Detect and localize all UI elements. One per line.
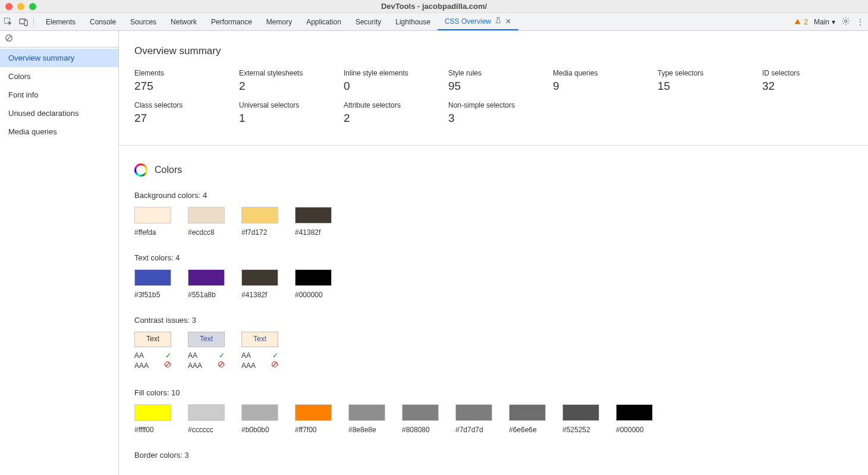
sidebar-item-unused-declarations[interactable]: Unused declarations (0, 104, 118, 122)
colors-heading: Colors (155, 165, 182, 175)
color-swatch (134, 269, 171, 286)
tab-label: Lighthouse (395, 18, 430, 26)
frame-label: Main (814, 18, 829, 26)
swatch-item[interactable]: #ff7f00 (295, 404, 332, 434)
swatch-item[interactable]: #ecdcc8 (188, 207, 225, 237)
tab-application[interactable]: Application (299, 13, 348, 30)
swatch-item[interactable]: #ffefda (134, 207, 171, 237)
swatch-item[interactable]: #551a8b (188, 269, 225, 299)
contrast-item[interactable]: TextAA✓AAA (134, 332, 171, 372)
tab-lighthouse[interactable]: Lighthouse (388, 13, 438, 30)
contrast-sample: Text (241, 332, 278, 347)
sidebar-item-font-info[interactable]: Font info (0, 86, 118, 104)
sidebar-item-label: Font info (8, 90, 39, 99)
stat-cell: Class selectors27 (134, 101, 225, 125)
swatch-item[interactable]: #808080 (402, 404, 439, 434)
stat-value: 15 (658, 80, 748, 93)
color-swatch (188, 404, 225, 421)
swatch-item[interactable]: #41382f (241, 269, 278, 299)
swatch-item[interactable]: #525252 (562, 404, 599, 434)
color-swatch (295, 404, 332, 421)
stat-cell: External stylesheets2 (239, 69, 329, 93)
sidebar-item-colors[interactable]: Colors (0, 67, 118, 86)
tab-network[interactable]: Network (163, 13, 204, 30)
swatch-label: #f7d172 (241, 228, 278, 237)
contrast-row: TextAA✓AAATextAA✓AAATextAA✓AAA (134, 332, 853, 372)
tab-console[interactable]: Console (83, 13, 123, 30)
swatch-item[interactable]: #ffff00 (134, 404, 171, 434)
device-toolbar-icon[interactable] (19, 17, 29, 27)
tab-label: CSS Overview (445, 17, 491, 26)
section-title: Text colors: 4 (134, 253, 853, 262)
contrast-item[interactable]: TextAA✓AAA (188, 332, 225, 372)
stat-label: Attribute selectors (344, 101, 434, 109)
window-close-button[interactable] (5, 3, 12, 10)
svg-line-7 (166, 363, 169, 366)
swatch-item[interactable]: #7d7d7d (455, 404, 492, 434)
swatch-item[interactable]: #f7d172 (241, 207, 278, 237)
tab-elements[interactable]: Elements (39, 13, 83, 30)
stat-label: Style rules (448, 69, 539, 77)
swatch-row: #ffefda#ecdcc8#f7d172#41382f (134, 207, 853, 237)
sidebar: Overview summary Colors Font info Unused… (0, 31, 119, 475)
svg-line-9 (219, 363, 223, 366)
swatch-item[interactable]: #6e6e6e (509, 404, 546, 434)
frame-selector[interactable]: Main ▾ (814, 18, 835, 26)
clear-icon[interactable] (5, 34, 13, 44)
contrast-item[interactable]: TextAA✓AAA (241, 332, 278, 372)
window-minimize-button[interactable] (17, 3, 24, 10)
stat-value: 95 (448, 80, 539, 93)
swatch-label: #525252 (562, 426, 599, 434)
color-swatch (241, 207, 278, 224)
swatch-item[interactable]: #8e8e8e (348, 404, 385, 434)
border-colors-section: Border colors: 3 (134, 451, 853, 460)
section-title: Fill colors: 10 (134, 388, 853, 397)
tab-sources[interactable]: Sources (123, 13, 163, 30)
stat-cell: Non-simple selectors3 (448, 101, 539, 125)
aa-line: AA✓ (241, 351, 278, 361)
swatch-label: #3f51b5 (134, 291, 171, 299)
stat-value: 1 (239, 112, 329, 125)
tab-performance[interactable]: Performance (204, 13, 259, 30)
swatch-label: #ffefda (134, 228, 171, 237)
window-titlebar: DevTools - jacobpadilla.com/ (0, 0, 868, 13)
stat-cell: Media queries9 (553, 69, 643, 93)
aa-line: AA✓ (134, 351, 171, 361)
window-zoom-button[interactable] (29, 3, 36, 10)
contrast-issues-section: Contrast issues: 3 TextAA✓AAATextAA✓AAAT… (134, 316, 853, 372)
inspect-element-icon[interactable] (4, 17, 13, 27)
close-icon[interactable]: ✕ (505, 17, 511, 26)
swatch-item[interactable]: #cccccc (188, 404, 225, 434)
settings-gear-icon[interactable] (841, 17, 850, 27)
svg-line-5 (7, 36, 11, 40)
sidebar-item-overview-summary[interactable]: Overview summary (0, 49, 118, 67)
color-swatch (241, 269, 278, 286)
swatch-item[interactable]: #000000 (616, 404, 653, 434)
color-swatch (509, 404, 546, 421)
check-icon: ✓ (219, 351, 225, 361)
check-icon: ✓ (165, 351, 171, 361)
more-icon[interactable]: ⋮ (856, 17, 864, 27)
swatch-label: #41382f (295, 228, 332, 237)
color-swatch (402, 404, 439, 421)
swatch-item[interactable]: #41382f (295, 207, 332, 237)
stat-value: 27 (134, 112, 225, 125)
no-entry-icon (164, 361, 171, 371)
tab-css-overview[interactable]: CSS Overview ✕ (438, 13, 518, 30)
chevron-down-icon: ▾ (832, 18, 835, 26)
tab-memory[interactable]: Memory (259, 13, 299, 30)
swatch-item[interactable]: #b0b0b0 (241, 404, 278, 434)
swatch-item[interactable]: #000000 (295, 269, 332, 299)
color-swatch (348, 404, 385, 421)
stat-cell: Elements275 (134, 69, 225, 93)
stat-label: ID selectors (762, 69, 853, 77)
beaker-icon (495, 17, 502, 26)
color-swatch (188, 269, 225, 286)
sidebar-item-media-queries[interactable]: Media queries (0, 122, 118, 141)
no-entry-icon (271, 361, 278, 371)
swatch-item[interactable]: #3f51b5 (134, 269, 171, 299)
swatch-label: #cccccc (188, 426, 225, 434)
issues-badge[interactable]: 2 (794, 18, 808, 26)
tab-security[interactable]: Security (348, 13, 388, 30)
swatch-label: #808080 (402, 426, 439, 434)
